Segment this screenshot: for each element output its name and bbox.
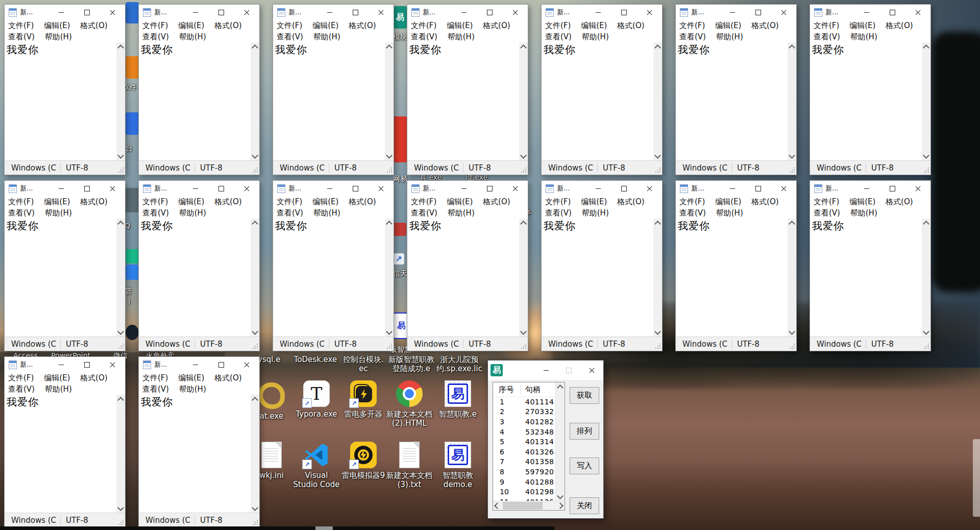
menu-format[interactable]: 格式(O) xyxy=(617,197,645,206)
menu-format[interactable]: 格式(O) xyxy=(617,21,645,30)
desktop-icon-zhihuizhijiao-e[interactable]: 易智慧职教.e xyxy=(433,380,482,419)
notepad-vscrollbar[interactable] xyxy=(385,42,394,161)
menu-view[interactable]: 查看(V) xyxy=(142,208,169,218)
scroll-down-icon[interactable] xyxy=(117,328,124,335)
notepad-titlebar[interactable]: 新... xyxy=(542,5,662,20)
close-button[interactable] xyxy=(771,181,796,196)
resize-grip[interactable] xyxy=(391,167,392,168)
menu-help[interactable]: 帮助(H) xyxy=(716,208,743,218)
minimize-button[interactable] xyxy=(451,5,477,20)
menu-view[interactable]: 查看(V) xyxy=(545,32,572,41)
menu-format[interactable]: 格式(O) xyxy=(80,21,108,30)
close-button[interactable] xyxy=(502,181,528,196)
desktop-icon-new-text-doc-3-txt[interactable]: 新建文本文档 (3).txt xyxy=(385,442,434,489)
menu-file[interactable]: 文件(F) xyxy=(679,197,705,206)
menu-file[interactable]: 文件(F) xyxy=(142,373,168,382)
desktop-icon-vscode[interactable]: Visual Studio Code xyxy=(292,442,341,489)
resize-grip[interactable] xyxy=(122,167,124,168)
maximize-button[interactable] xyxy=(879,181,905,196)
notepad-titlebar[interactable]: 新... xyxy=(407,181,528,196)
minimize-button[interactable] xyxy=(183,181,208,196)
desktop-label-fragment[interactable]: ) xyxy=(128,297,130,305)
blue-app-icon[interactable] xyxy=(126,264,139,280)
notepad-textarea[interactable]: 我爱你 xyxy=(5,395,116,513)
desktop-icon-new-text-doc-2-html[interactable]: 新建文本文档 (2).HTML xyxy=(385,380,434,428)
blue-app-icon[interactable] xyxy=(126,112,139,135)
notepad-textarea[interactable]: 我爱你 xyxy=(5,42,116,161)
menu-edit[interactable]: 编辑(E) xyxy=(849,21,875,30)
handle-tool-titlebar[interactable]: 易 xyxy=(488,360,603,380)
menu-view[interactable]: 查看(V) xyxy=(142,32,169,41)
minimize-button[interactable] xyxy=(48,357,74,372)
menu-file[interactable]: 文件(F) xyxy=(814,197,839,206)
menu-help[interactable]: 帮助(H) xyxy=(45,384,72,394)
notepad-titlebar[interactable]: 新... xyxy=(5,181,125,196)
get-button[interactable]: 获取 xyxy=(570,387,599,404)
menu-edit[interactable]: 编辑(E) xyxy=(312,21,338,30)
menu-view[interactable]: 查看(V) xyxy=(8,208,35,218)
desktop-label-fragment[interactable]: 管 xyxy=(125,287,132,296)
menu-file[interactable]: 文件(F) xyxy=(545,197,571,206)
menu-file[interactable]: 文件(F) xyxy=(545,21,571,30)
menu-view[interactable]: 查看(V) xyxy=(277,208,303,218)
resize-grip[interactable] xyxy=(928,344,929,345)
notepad-vscrollbar[interactable] xyxy=(653,219,662,337)
scroll-down-icon[interactable] xyxy=(252,504,258,511)
menu-format[interactable]: 格式(O) xyxy=(214,21,242,30)
notepad-titlebar[interactable]: 新... xyxy=(139,181,259,196)
desktop-label-fragment[interactable]: 台 xyxy=(126,144,133,153)
scroll-up-icon[interactable] xyxy=(520,221,527,227)
menu-file[interactable]: 文件(F) xyxy=(8,373,34,382)
scroll-up-icon[interactable] xyxy=(386,44,393,51)
table-row[interactable]: 2270332 xyxy=(493,407,556,417)
scroll-up-icon[interactable] xyxy=(654,221,661,227)
resize-grip[interactable] xyxy=(794,167,795,168)
photo-icon[interactable] xyxy=(125,188,139,212)
scroll-up-icon[interactable] xyxy=(520,44,527,51)
menu-file[interactable]: 文件(F) xyxy=(411,197,436,206)
netease-icon[interactable] xyxy=(392,116,407,162)
scroll-down-icon[interactable] xyxy=(789,328,795,335)
notepad-textarea[interactable]: 我爱你 xyxy=(273,42,385,161)
notepad-titlebar[interactable]: 新... xyxy=(5,357,125,372)
close-button[interactable]: 关闭 xyxy=(570,497,599,514)
desktop-icon-leidian-multi[interactable]: 雷电多开器 xyxy=(339,380,388,419)
notepad-titlebar[interactable]: 新... xyxy=(810,5,930,20)
desktop-icon-typora-exe[interactable]: TTypora.exe xyxy=(292,380,341,419)
scroll-up-icon[interactable] xyxy=(557,384,564,391)
maximize-button[interactable] xyxy=(477,181,502,196)
scroll-down-icon[interactable] xyxy=(789,152,795,159)
maximize-button[interactable] xyxy=(879,5,905,20)
menu-view[interactable]: 查看(V) xyxy=(411,32,437,41)
scroll-down-icon[interactable] xyxy=(252,152,258,159)
maximize-button[interactable] xyxy=(342,5,368,20)
maximize-button[interactable] xyxy=(74,181,100,196)
notepad-textarea[interactable]: 我爱你 xyxy=(810,42,922,161)
close-button[interactable] xyxy=(100,5,125,20)
notepad-vscrollbar[interactable] xyxy=(116,42,125,161)
taskbar-strip[interactable] xyxy=(0,526,554,530)
menu-format[interactable]: 格式(O) xyxy=(80,373,108,382)
close-button[interactable] xyxy=(580,360,603,380)
menu-edit[interactable]: 编辑(E) xyxy=(178,21,204,30)
minimize-button[interactable] xyxy=(534,360,557,380)
write-button[interactable]: 写入 xyxy=(570,457,599,474)
arrange-button[interactable]: 排列 xyxy=(570,423,599,440)
notepad-textarea[interactable]: 我爱你 xyxy=(5,219,116,337)
maximize-button[interactable] xyxy=(208,357,234,372)
scroll-up-icon[interactable] xyxy=(789,44,795,51)
maximize-button[interactable] xyxy=(342,181,368,196)
close-button[interactable] xyxy=(905,5,930,20)
menu-help[interactable]: 帮助(H) xyxy=(850,32,877,41)
table-row[interactable]: 7401358 xyxy=(493,457,556,467)
table-horizontal-scrollbar[interactable] xyxy=(493,501,565,510)
resize-grip[interactable] xyxy=(391,344,392,345)
notepad-textarea[interactable]: 我爱你 xyxy=(139,42,251,161)
menu-format[interactable]: 格式(O) xyxy=(80,197,108,206)
notepad-textarea[interactable]: 我爱你 xyxy=(676,42,788,161)
notepad-vscrollbar[interactable] xyxy=(519,42,528,161)
scroll-up-icon[interactable] xyxy=(252,221,258,227)
maximize-button[interactable] xyxy=(208,181,234,196)
maximize-button[interactable] xyxy=(74,5,100,20)
notepad-textarea[interactable]: 我爱你 xyxy=(273,219,385,337)
